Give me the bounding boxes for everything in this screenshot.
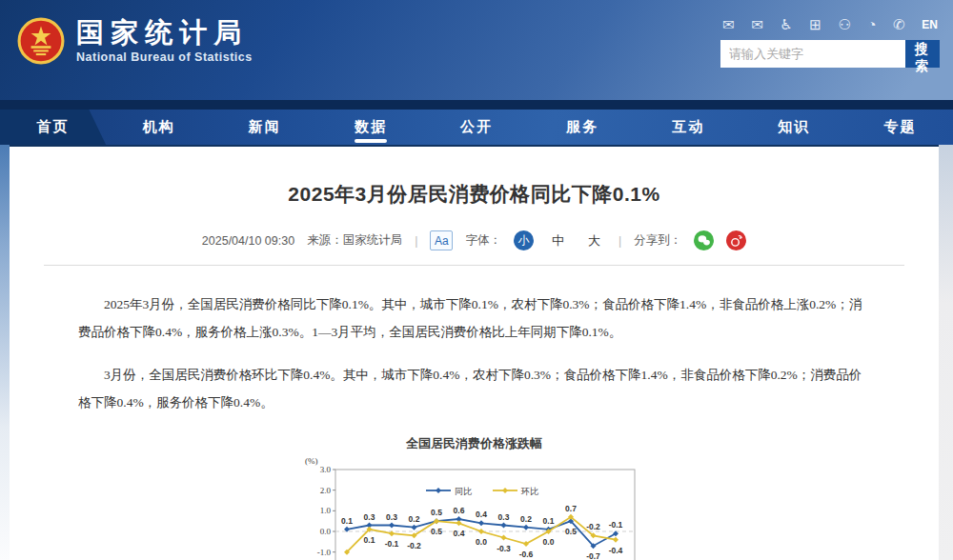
svg-text:0.5: 0.5 xyxy=(431,527,442,536)
svg-text:0.7: 0.7 xyxy=(565,504,577,513)
weibo-icon[interactable]: ◔ xyxy=(868,17,877,31)
language-toggle-en[interactable]: EN xyxy=(922,19,938,30)
nav-item-service[interactable]: 服务 xyxy=(530,110,636,145)
svg-text:0.1: 0.1 xyxy=(363,535,375,545)
robot-icon[interactable]: ⚇ xyxy=(839,17,851,31)
wechat-icon[interactable]: ✆ xyxy=(893,17,905,31)
nav-item-org[interactable]: 机构 xyxy=(106,110,212,145)
site-header: 国家统计局 National Bureau of Statistics ✉ ✉ … xyxy=(0,0,953,100)
svg-text:3.0: 3.0 xyxy=(319,465,331,474)
svg-text:0.5: 0.5 xyxy=(431,508,442,517)
svg-text:-0.2: -0.2 xyxy=(586,522,600,531)
svg-text:0.0: 0.0 xyxy=(319,527,331,536)
svg-text:0.0: 0.0 xyxy=(476,537,487,547)
app-grid-icon[interactable]: ⊞ xyxy=(809,17,821,31)
national-emblem-logo xyxy=(17,17,65,65)
chart-title: 全国居民消费价格涨跌幅 xyxy=(303,435,646,452)
page-right-edge xyxy=(939,145,953,560)
page: 国家统计局 National Bureau of Statistics ✉ ✉ … xyxy=(0,0,953,560)
svg-text:环比: 环比 xyxy=(520,487,538,496)
nav-item-knowledge[interactable]: 知识 xyxy=(741,110,847,145)
share-label: 分享到： xyxy=(634,232,681,249)
nav-item-home[interactable]: 首页 xyxy=(0,110,106,145)
svg-text:-0.3: -0.3 xyxy=(497,544,511,553)
svg-text:同比: 同比 xyxy=(455,487,472,496)
nav-item-special[interactable]: 专题 xyxy=(847,110,953,145)
logo-group[interactable]: 国家统计局 National Bureau of Statistics xyxy=(17,17,253,65)
nav-top-strip xyxy=(0,100,953,110)
mail-icon[interactable]: ✉ xyxy=(722,17,735,31)
svg-text:0.2: 0.2 xyxy=(408,514,419,524)
subscribe-mail-icon[interactable]: ✉ xyxy=(751,17,763,31)
nav-item-data[interactable]: 数据 xyxy=(317,110,423,145)
svg-text:-0.2: -0.2 xyxy=(407,541,421,550)
font-size-icon[interactable]: Aa xyxy=(430,230,453,250)
source-label: 来源：国家统计局 xyxy=(307,232,402,249)
svg-text:-0.6: -0.6 xyxy=(518,550,533,559)
paragraph-mom: 3月份，全国居民消费价格环比下降0.4%。其中，城市下降0.4%，农村下降0.3… xyxy=(78,361,870,416)
share-wechat-button[interactable] xyxy=(694,230,714,250)
article-body: 2025年3月份，全国居民消费价格同比下降0.1%。其中，城市下降0.1%，农村… xyxy=(78,290,870,416)
share-weibo-button[interactable] xyxy=(726,230,746,250)
search-input[interactable] xyxy=(720,40,905,68)
article-content: 2025年3月份居民消费价格同比下降0.1% 2025/04/10 09:30 … xyxy=(10,147,939,560)
svg-text:0.6: 0.6 xyxy=(453,506,464,515)
svg-text:-0.4: -0.4 xyxy=(608,546,622,555)
svg-text:-1.0: -1.0 xyxy=(316,548,331,557)
svg-text:0.4: 0.4 xyxy=(476,510,487,519)
svg-text:-0.7: -0.7 xyxy=(586,551,600,560)
search-bar: 搜索 xyxy=(720,40,940,68)
page-left-edge xyxy=(0,145,10,560)
cpi-line-chart: (%)3.02.01.00.0-1.0-2.0-3.02024年3月4月5月6月… xyxy=(303,452,646,560)
font-medium-button[interactable]: 中 xyxy=(546,232,570,250)
accessibility-icon[interactable]: ♿ xyxy=(780,17,792,31)
nav-item-interact[interactable]: 互动 xyxy=(636,110,741,145)
header-utilities: ✉ ✉ ♿ ⊞ ⚇ ◔ ✆ EN 搜索 xyxy=(720,17,940,68)
nav-item-news[interactable]: 新闻 xyxy=(212,110,317,145)
svg-text:0.1: 0.1 xyxy=(542,516,554,526)
header-icon-row: ✉ ✉ ♿ ⊞ ⚇ ◔ ✆ EN xyxy=(720,17,940,31)
main-nav: 首页 机构 新闻 数据 公开 服务 互动 知识 专题 xyxy=(0,110,953,147)
svg-text:0.3: 0.3 xyxy=(497,512,509,522)
paragraph-yoy: 2025年3月份，全国居民消费价格同比下降0.1%。其中，城市下降0.1%，农村… xyxy=(78,290,870,346)
svg-text:0.4: 0.4 xyxy=(453,529,464,538)
nav-item-public[interactable]: 公开 xyxy=(423,110,529,145)
site-name-en: National Bureau of Statistics xyxy=(76,50,253,64)
meta-separator: | xyxy=(618,234,621,248)
font-large-button[interactable]: 大 xyxy=(582,232,606,250)
svg-text:2.0: 2.0 xyxy=(319,486,331,495)
weibo-icon xyxy=(729,233,743,248)
cpi-chart: 全国居民消费价格涨跌幅 (%)3.02.01.00.0-1.0-2.0-3.02… xyxy=(303,435,646,560)
svg-text:0.1: 0.1 xyxy=(341,516,353,526)
meta-separator: | xyxy=(415,234,417,248)
publish-datetime: 2025/04/10 09:30 xyxy=(202,234,294,248)
svg-text:0.2: 0.2 xyxy=(520,514,532,524)
svg-text:1.0: 1.0 xyxy=(319,506,331,515)
site-name: 国家统计局 xyxy=(76,18,253,49)
svg-text:-0.1: -0.1 xyxy=(384,539,398,549)
page-title: 2025年3月份居民消费价格同比下降0.1% xyxy=(10,147,939,208)
svg-text:(%): (%) xyxy=(305,456,318,466)
svg-text:0.3: 0.3 xyxy=(363,512,375,522)
svg-text:-0.1: -0.1 xyxy=(608,520,622,530)
meta-divider xyxy=(44,265,904,266)
svg-text:0.5: 0.5 xyxy=(565,527,577,536)
article-meta-row: 2025/04/10 09:30 来源：国家统计局 | Aa 字体： 小 中 大… xyxy=(10,230,939,250)
wechat-icon xyxy=(697,233,711,248)
svg-text:0.0: 0.0 xyxy=(542,537,554,547)
search-button[interactable]: 搜索 xyxy=(905,40,940,68)
font-label: 字体： xyxy=(465,232,501,249)
font-small-button[interactable]: 小 xyxy=(514,230,534,250)
svg-text:0.3: 0.3 xyxy=(386,512,397,522)
